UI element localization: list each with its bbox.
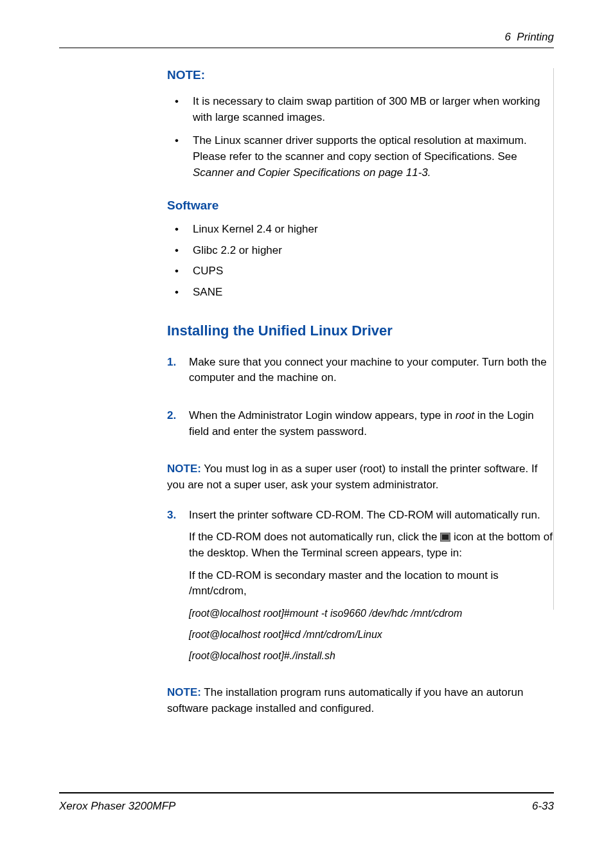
bullet-icon <box>175 222 193 238</box>
step-text: If the CD-ROM does not automatically run… <box>189 529 553 561</box>
list-item-text: The Linux scanner driver supports the op… <box>193 133 553 181</box>
list-item-text: SANE <box>193 285 222 301</box>
list-item: SANE <box>175 285 553 301</box>
list-item-text: CUPS <box>193 263 223 279</box>
note-label: NOTE: <box>167 686 201 698</box>
note-text: You must log in as a super user (root) t… <box>167 463 537 491</box>
step-body: Insert the printer software CD-ROM. The … <box>189 508 553 670</box>
header-divider <box>59 48 554 48</box>
bullet-icon <box>175 243 193 259</box>
list-item-text: Glibc 2.2 or higher <box>193 243 282 259</box>
note-heading: NOTE: <box>167 68 553 82</box>
command-line: [root@localhost root]#cd /mnt/cdrom/Linu… <box>189 627 553 642</box>
step-number: 3. <box>167 508 189 670</box>
software-heading: Software <box>167 199 553 213</box>
margin-rule <box>553 68 554 610</box>
note-bullet-list: It is necessary to claim swap partition … <box>167 94 553 181</box>
page-footer: Xerox Phaser 3200MFP 6-33 <box>59 792 554 813</box>
bullet-icon <box>175 94 193 125</box>
chapter-title: Printing <box>517 31 554 43</box>
note-block: NOTE: The installation program runs auto… <box>167 685 553 716</box>
list-item-text: It is necessary to claim swap partition … <box>193 94 553 125</box>
step-text: Insert the printer software CD-ROM. The … <box>189 508 553 524</box>
step-3: 3. Insert the printer software CD-ROM. T… <box>167 508 553 670</box>
terminal-icon <box>440 533 450 542</box>
note-text: The installation program runs automatica… <box>167 686 523 714</box>
step-number: 1. <box>167 355 189 393</box>
bullet-icon <box>175 285 193 301</box>
list-item: CUPS <box>175 263 553 279</box>
step-text: If the CD-ROM is secondary master and th… <box>189 568 553 599</box>
list-item: Linux Kernel 2.4 or higher <box>175 222 553 238</box>
chapter-number: 6 <box>504 31 510 43</box>
list-item: It is necessary to claim swap partition … <box>175 94 553 125</box>
bullet-icon <box>175 263 193 279</box>
cross-reference: Scanner and Copier Specifications on pag… <box>193 166 431 179</box>
software-bullet-list: Linux Kernel 2.4 or higher Glibc 2.2 or … <box>167 222 553 301</box>
step-text: When the Administrator Login window appe… <box>189 408 553 439</box>
note-block: NOTE: You must log in as a super user (r… <box>167 461 553 493</box>
footer-product: Xerox Phaser 3200MFP <box>59 800 175 813</box>
step-2: 2. When the Administrator Login window a… <box>167 408 553 446</box>
command-line: [root@localhost root]#./install.sh <box>189 648 553 663</box>
install-heading: Installing the Unified Linux Driver <box>167 323 553 339</box>
main-content: NOTE: It is necessary to claim swap part… <box>167 68 553 731</box>
note-label: NOTE: <box>167 463 201 475</box>
page-header: 6 Printing <box>59 31 554 48</box>
footer-page-number: 6-33 <box>532 800 554 813</box>
list-item: Glibc 2.2 or higher <box>175 243 553 259</box>
step-1: 1. Make sure that you connect your machi… <box>167 355 553 393</box>
step-number: 2. <box>167 408 189 446</box>
bullet-icon <box>175 133 193 181</box>
command-line: [root@localhost root]#mount -t iso9660 /… <box>189 606 553 621</box>
list-item: The Linux scanner driver supports the op… <box>175 133 553 181</box>
footer-divider <box>59 792 554 793</box>
step-text: Make sure that you connect your machine … <box>189 355 553 386</box>
list-item-text: Linux Kernel 2.4 or higher <box>193 222 318 238</box>
